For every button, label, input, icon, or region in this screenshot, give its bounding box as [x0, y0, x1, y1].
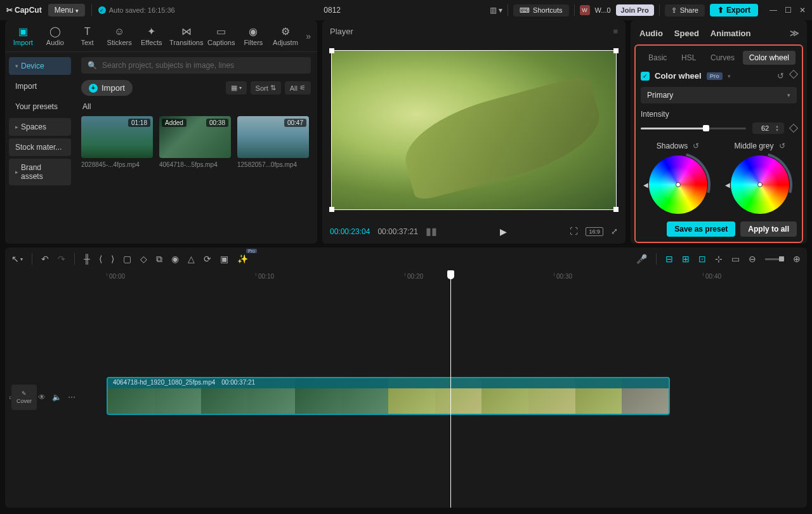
keyframe-icon[interactable] [789, 124, 798, 133]
tab-animation[interactable]: Animation [710, 29, 751, 38]
tab-text[interactable]: TText [72, 23, 103, 49]
track-more-icon[interactable]: ⋯ [68, 393, 75, 402]
sidebar-item-import[interactable]: Import [9, 77, 71, 95]
share-button[interactable]: ⇪ Share [665, 4, 705, 16]
export-button[interactable]: ⬆ Export [710, 4, 758, 16]
tabs-more-icon[interactable]: ≫ [790, 28, 799, 38]
aspect-ratio-button[interactable]: 16:9 [586, 227, 603, 236]
zoom-out-icon[interactable]: ⊖ [749, 254, 756, 264]
sidebar-item-spaces[interactable]: ▸Spaces [9, 118, 71, 136]
marker-tool[interactable]: ◇ [140, 254, 147, 264]
resize-handle[interactable] [613, 48, 619, 53]
reset-icon[interactable]: ↺ [693, 142, 699, 150]
zoom-in-icon[interactable]: ⊕ [793, 254, 801, 264]
frame-tool[interactable]: ▣ [220, 254, 228, 264]
trim-right-tool[interactable]: ⟩ [111, 254, 114, 264]
compare-icon[interactable]: ▮▮ [426, 225, 437, 237]
filter-all-button[interactable]: All ⚟ [285, 81, 311, 95]
magnet-toggle[interactable]: ⊡ [698, 254, 706, 264]
link-toggle[interactable]: ⊞ [682, 254, 690, 264]
crop-tool[interactable]: ▢ [123, 254, 131, 264]
playhead[interactable] [450, 270, 451, 508]
import-button[interactable]: + Import [81, 80, 133, 96]
play-button[interactable]: ▶ [500, 227, 507, 237]
slider-thumb[interactable] [703, 125, 709, 131]
keyframe-icon[interactable] [789, 70, 798, 79]
resize-handle[interactable] [329, 207, 334, 212]
tab-effects[interactable]: ✦Effects [136, 23, 167, 49]
trim-left-tool[interactable]: ⟨ [99, 254, 102, 264]
tab-stickers[interactable]: ☺Stickers [104, 23, 135, 49]
search-input[interactable]: 🔍 Search project, subjects in image, lin… [81, 57, 311, 74]
rotate-tool[interactable]: ⟳ [204, 254, 211, 264]
user-avatar[interactable]: W [580, 5, 590, 15]
subtab-basic[interactable]: Basic [642, 51, 673, 65]
tab-adjustment[interactable]: ⚙Adjustm [270, 23, 301, 49]
save-preset-button[interactable]: Save as preset [667, 221, 735, 237]
tab-speed[interactable]: Speed [674, 29, 699, 38]
zoom-slider[interactable] [765, 258, 784, 260]
tabs-expand-icon[interactable]: » [302, 31, 315, 41]
split-tool[interactable]: ╫ [84, 254, 90, 264]
media-clip[interactable]: 00:47 12582057...0fps.mp4 [237, 116, 309, 168]
tab-audio[interactable]: ◯Audio [40, 23, 71, 49]
media-clip[interactable]: Added 00:38 4064718-...5fps.mp4 [159, 116, 231, 168]
color-wheel-control[interactable] [731, 155, 789, 214]
timeline-clip[interactable]: 4064718-hd_1920_1080_25fps.mp4 00:00:37:… [107, 377, 670, 415]
snap-toggle[interactable]: ⊟ [665, 254, 673, 264]
layout-icon[interactable]: ▥ ▾ [490, 6, 502, 15]
intensity-slider[interactable] [641, 128, 746, 129]
resize-handle[interactable] [329, 48, 334, 53]
sidebar-item-device[interactable]: ▾Device [9, 57, 71, 75]
tab-transitions[interactable]: ⋈Transitions [168, 23, 204, 49]
tab-filters[interactable]: ◉Filters [238, 23, 269, 49]
media-clip[interactable]: 01:18 2028845-...4fps.mp4 [81, 116, 153, 168]
timeline-ruler[interactable]: 00:00 00:10 00:20 00:30 00:40 [5, 270, 807, 286]
fullscreen-icon[interactable]: ⤢ [611, 227, 618, 236]
track-visibility-icon[interactable]: 👁 [38, 393, 46, 402]
undo-button[interactable]: ↶ [41, 254, 49, 264]
sidebar-item-brand[interactable]: ▸Brand assets [9, 159, 71, 185]
colorwheel-checkbox[interactable]: ✓ [641, 72, 650, 81]
ai-tool[interactable]: ✨Pro [237, 254, 248, 264]
subtab-hsl[interactable]: HSL [675, 51, 702, 65]
subtab-curves[interactable]: Curves [704, 51, 741, 65]
join-pro-button[interactable]: Join Pro [616, 4, 654, 16]
player-viewport[interactable] [329, 41, 619, 219]
wheel-mode-dropdown[interactable]: Primary ▾ [641, 87, 797, 103]
redo-button[interactable]: ↷ [58, 254, 65, 264]
cursor-tool[interactable]: ↖ ▾ [11, 254, 23, 264]
preview-tool[interactable]: ▭ [731, 254, 740, 264]
player-menu-icon[interactable]: ≡ [613, 27, 618, 36]
wheel-handle[interactable] [757, 182, 763, 187]
mirror-tool[interactable]: △ [188, 254, 195, 264]
chevron-down-icon[interactable]: ▾ [728, 73, 731, 79]
tab-audio-inspector[interactable]: Audio [639, 29, 663, 38]
tab-import[interactable]: ▣ Import [8, 23, 39, 49]
align-tool[interactable]: ⊹ [715, 254, 723, 264]
sidebar-item-stock[interactable]: Stock mater... [9, 138, 71, 156]
reset-icon[interactable]: ↺ [779, 142, 785, 150]
close-button[interactable]: ✕ [799, 6, 806, 15]
maximize-button[interactable]: ☐ [785, 6, 792, 15]
track-mute-icon[interactable]: 🔈 [52, 393, 62, 402]
playhead-handle[interactable] [447, 270, 454, 279]
subtab-colorwheel[interactable]: Color wheel [743, 51, 796, 65]
apply-all-button[interactable]: Apply to all [740, 221, 797, 237]
timeline[interactable]: 00:00 00:10 00:20 00:30 00:40 ▭ 🔒 👁 🔈 ⋯ … [5, 270, 807, 508]
reset-icon[interactable]: ↺ [777, 71, 784, 81]
color-wheel-control[interactable] [649, 155, 707, 214]
tab-captions[interactable]: ▭Captions [206, 23, 237, 49]
sidebar-item-presets[interactable]: Your presets [9, 98, 71, 115]
mic-icon[interactable]: 🎤 [636, 254, 647, 264]
duplicate-tool[interactable]: ⧉ [156, 254, 162, 265]
cover-button[interactable]: ✎ Cover [11, 385, 37, 410]
scale-icon[interactable]: ⛶ [570, 227, 578, 236]
view-mode-button[interactable]: ▦ ▾ [226, 81, 247, 95]
reverse-tool[interactable]: ◉ [171, 254, 179, 264]
intensity-value-input[interactable]: 62 ▲▼ [752, 122, 784, 134]
minimize-button[interactable]: ― [769, 6, 777, 15]
player-frame[interactable] [331, 50, 617, 210]
menu-button[interactable]: Menu▾ [48, 4, 85, 16]
sort-button[interactable]: Sort ⇅ [251, 81, 281, 95]
